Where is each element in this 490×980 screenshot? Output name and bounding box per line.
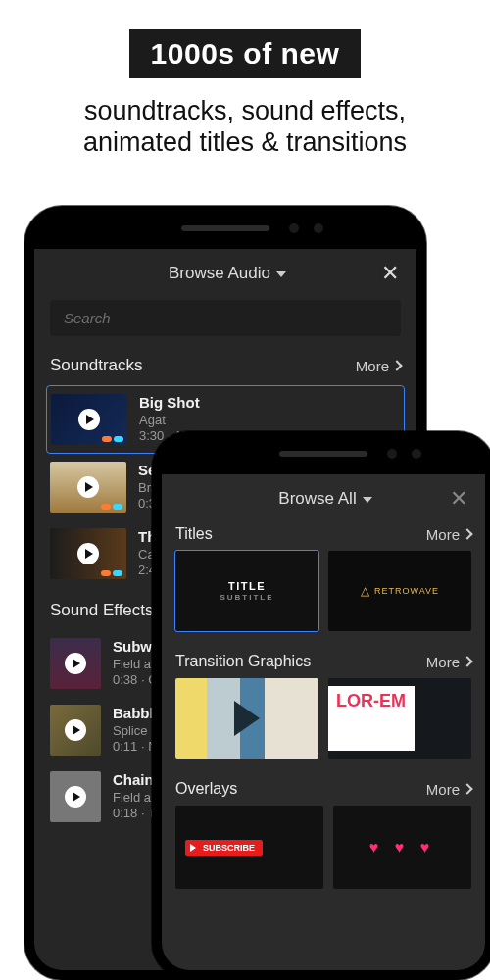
title-template-tile[interactable]: RETROWAVE	[328, 551, 471, 631]
more-label: More	[426, 781, 460, 798]
subscribe-badge-icon: SUBSCRIBE	[185, 840, 263, 856]
transition-tile[interactable]: LOR-EM	[328, 678, 471, 759]
more-label: More	[356, 358, 389, 374]
chevron-right-icon	[462, 528, 472, 539]
browse-label: Browse All	[278, 489, 356, 509]
hearts-icon: ♥ ♥ ♥	[369, 839, 435, 857]
play-icon[interactable]	[77, 543, 99, 564]
promo-subtitle: soundtracks, sound effects, animated tit…	[0, 96, 490, 159]
transition-tile[interactable]	[175, 678, 318, 759]
close-icon[interactable]: ✕	[450, 488, 467, 510]
more-label: More	[426, 526, 460, 543]
close-icon[interactable]: ✕	[381, 263, 399, 284]
section-title: Titles	[175, 525, 213, 543]
track-title: Big Shot	[139, 394, 200, 413]
play-icon[interactable]	[65, 786, 86, 808]
section-title: Overlays	[175, 780, 237, 798]
more-link[interactable]: More	[426, 781, 471, 798]
phone-bezel	[26, 208, 424, 249]
overlay-tile[interactable]: SUBSCRIBE	[175, 806, 323, 889]
chevron-right-icon	[391, 360, 402, 370]
browse-label: Browse Audio	[169, 264, 270, 283]
app-screen-graphics: Browse All ✕ Titles More TITLE SUBTITLE …	[162, 474, 485, 970]
section-soundtracks-header: Soundtracks More	[34, 354, 416, 385]
sfx-thumbnail	[50, 638, 101, 689]
promo-subtitle-line1: soundtracks, sound effects,	[84, 96, 406, 125]
front-camera-icon	[289, 223, 299, 233]
section-transitions-header: Transition Graphics More	[162, 643, 485, 678]
front-camera-icon	[412, 449, 421, 459]
more-label: More	[426, 654, 460, 670]
more-link[interactable]: More	[426, 654, 471, 670]
more-link[interactable]: More	[356, 358, 401, 374]
promo-header: 1000s of new soundtracks, sound effects,…	[0, 0, 490, 159]
track-artist: Agat	[139, 413, 200, 428]
speaker-slot	[279, 451, 368, 457]
track-thumbnail	[50, 528, 126, 579]
browse-dropdown[interactable]: Browse All	[278, 489, 371, 509]
play-icon[interactable]	[65, 719, 86, 741]
tile-caption: TITLE SUBTITLE	[220, 580, 273, 603]
promo-subtitle-line2: animated titles & transitions	[83, 127, 407, 157]
lorem-graphic: LOR-EM	[328, 686, 415, 751]
chevron-right-icon	[462, 656, 472, 666]
browse-header: Browse Audio ✕	[34, 249, 416, 290]
section-titles-header: Titles More	[162, 515, 485, 551]
play-icon[interactable]	[65, 653, 86, 674]
overlay-tile[interactable]: ♥ ♥ ♥	[333, 806, 471, 889]
chevron-right-icon	[462, 784, 472, 795]
retrowave-icon: RETROWAVE	[361, 584, 439, 598]
track-thumbnail	[51, 394, 127, 445]
chevron-down-icon	[276, 271, 286, 277]
browse-header: Browse All ✕	[162, 474, 485, 515]
play-icon[interactable]	[78, 409, 100, 430]
play-icon[interactable]	[77, 476, 99, 498]
phone-mockup-graphics: Browse All ✕ Titles More TITLE SUBTITLE …	[152, 431, 490, 980]
chevron-down-icon	[363, 497, 372, 503]
browse-dropdown[interactable]: Browse Audio	[169, 264, 286, 283]
search-input[interactable]: Search	[50, 300, 401, 336]
speaker-slot	[181, 225, 270, 231]
section-overlays-header: Overlays More	[162, 770, 485, 806]
title-template-tile[interactable]: TITLE SUBTITLE	[175, 551, 318, 631]
track-thumbnail	[50, 462, 126, 513]
more-link[interactable]: More	[426, 526, 471, 543]
sfx-thumbnail	[50, 705, 101, 756]
section-title: Sound Effects	[50, 601, 154, 620]
section-title: Soundtracks	[50, 356, 143, 375]
front-camera-icon	[314, 223, 323, 233]
sfx-thumbnail	[50, 771, 101, 822]
section-title: Transition Graphics	[175, 653, 311, 670]
front-camera-icon	[387, 449, 397, 459]
promo-headline-band: 1000s of new	[129, 29, 362, 78]
phone-bezel	[154, 433, 490, 474]
arrow-graphic-icon	[175, 678, 318, 759]
